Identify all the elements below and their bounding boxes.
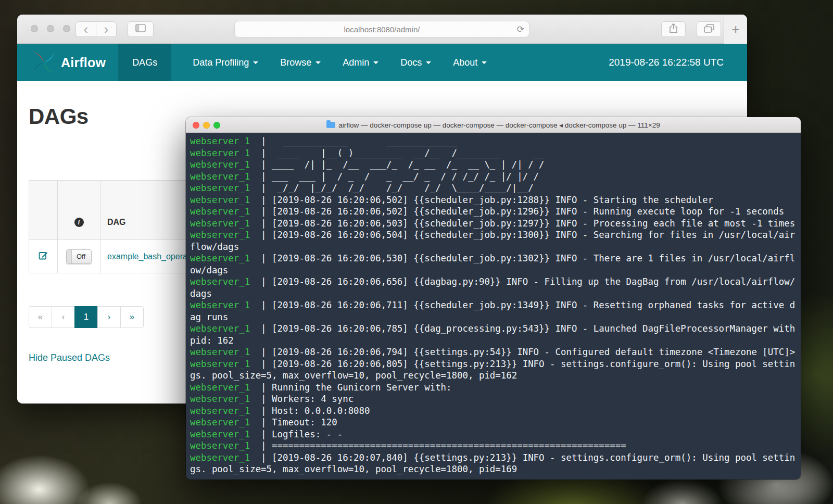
nav-item-about[interactable]: About bbox=[442, 44, 498, 81]
service-name: webserver_1 bbox=[190, 218, 250, 229]
nav-item-label: Docs bbox=[400, 57, 422, 68]
log-text: | [2019-08-26 16:20:07,840] {{settings.p… bbox=[190, 452, 795, 475]
terminal-line: webserver_1 | ____________ _____________ bbox=[190, 135, 798, 147]
edit-dag-icon[interactable] bbox=[39, 253, 48, 262]
close-button[interactable] bbox=[193, 122, 199, 129]
pagination-last[interactable]: » bbox=[120, 306, 144, 328]
terminal-line: webserver_1 | Workers: 4 sync bbox=[190, 393, 798, 405]
service-name: webserver_1 bbox=[190, 440, 250, 451]
service-name: webserver_1 bbox=[190, 195, 250, 205]
zoom-button[interactable] bbox=[63, 25, 70, 32]
log-text: | [2019-08-26 16:20:06,502] {{scheduler_… bbox=[250, 195, 713, 205]
back-button[interactable]: ‹ bbox=[75, 21, 96, 37]
terminal-output: webserver_1 | ____________ _____________… bbox=[190, 135, 798, 475]
nav-item-docs[interactable]: Docs bbox=[389, 44, 442, 81]
log-text: | Timeout: 120 bbox=[250, 417, 337, 427]
terminal-line: webserver_1 | [2019-08-26 16:20:06,805] … bbox=[190, 358, 798, 382]
close-button[interactable] bbox=[31, 25, 38, 32]
terminal-line: webserver_1 | ==========================… bbox=[190, 440, 798, 452]
service-name: webserver_1 bbox=[190, 429, 250, 439]
log-text: | Workers: 4 sync bbox=[250, 394, 354, 404]
terminal-line: webserver_1 | Host: 0.0.0.0:8080 bbox=[190, 405, 798, 417]
sidebar-toggle-button[interactable] bbox=[128, 21, 154, 37]
forward-button[interactable]: › bbox=[96, 21, 117, 37]
terminal-line: webserver_1 | [2019-08-26 16:20:06,502] … bbox=[190, 194, 798, 206]
log-text: | [2019-08-26 16:20:06,502] {{scheduler_… bbox=[250, 206, 784, 217]
terminal-line: webserver_1 | [2019-08-26 16:20:06,785] … bbox=[190, 323, 798, 346]
dag-pause-toggle[interactable]: Off bbox=[66, 249, 92, 264]
share-button[interactable] bbox=[661, 21, 686, 37]
tab-overview-button[interactable] bbox=[697, 21, 721, 37]
browser-toolbar: ‹ › localhost:8080/admin/ ⟳ bbox=[17, 15, 747, 44]
log-text: | Host: 0.0.0.0:8080 bbox=[250, 406, 370, 416]
log-text: | ____________ _____________ bbox=[250, 136, 457, 146]
service-name: webserver_1 bbox=[190, 452, 250, 463]
toggle-cell: Off bbox=[58, 240, 100, 273]
chevron-down-icon bbox=[426, 61, 431, 64]
airflow-brand: Airflow bbox=[61, 55, 106, 70]
nav-item-browse[interactable]: Browse bbox=[269, 44, 332, 81]
terminal-line: webserver_1 | Timeout: 120 bbox=[190, 417, 798, 429]
log-text: | [2019-08-26 16:20:06,503] {{scheduler_… bbox=[250, 218, 795, 229]
chevron-down-icon bbox=[315, 61, 321, 64]
log-text: | Logfiles: - - bbox=[250, 429, 343, 439]
log-text: | [2019-08-26 16:20:06,504] {{scheduler_… bbox=[190, 230, 795, 252]
terminal-line: webserver_1 | [2019-08-26 16:20:06,711] … bbox=[190, 299, 798, 323]
pagination-prev[interactable]: ‹ bbox=[52, 306, 75, 328]
service-name: webserver_1 bbox=[190, 276, 250, 287]
chevron-down-icon bbox=[482, 61, 487, 64]
log-text: | ____ |__( )_________ __/__ /________ _… bbox=[250, 148, 544, 158]
dag-link[interactable]: example_bash_operator bbox=[107, 252, 197, 261]
log-text: | [2019-08-26 16:20:06,794] {{settings.p… bbox=[250, 347, 795, 357]
toggle-label: Off bbox=[77, 253, 85, 260]
tabs-icon bbox=[704, 24, 714, 35]
terminal-line: webserver_1 | Running the Gunicorn Serve… bbox=[190, 382, 798, 394]
terminal-window: airflow — docker-compose up — docker-com… bbox=[186, 117, 801, 480]
service-name: webserver_1 bbox=[190, 347, 250, 357]
address-bar-url: localhost:8080/admin/ bbox=[344, 25, 420, 34]
terminal-line: webserver_1 | [2019-08-26 16:20:07,840] … bbox=[190, 452, 798, 475]
pagination-first[interactable]: « bbox=[29, 306, 52, 328]
address-bar[interactable]: localhost:8080/admin/ ⟳ bbox=[234, 21, 529, 37]
edit-dag-cell bbox=[29, 240, 58, 273]
log-text: | ======================================… bbox=[250, 440, 626, 451]
utc-clock: 2019-08-26 16:22:58 UTC bbox=[609, 57, 724, 68]
terminal-line: webserver_1 | [2019-08-26 16:20:06,530] … bbox=[190, 253, 798, 276]
nav-item-label: Data Profiling bbox=[193, 57, 249, 68]
nav-item-label: Admin bbox=[343, 57, 369, 68]
terminal-line: webserver_1 | ___ ___ | / _ / _ __/ _ / … bbox=[190, 171, 798, 183]
service-name: webserver_1 bbox=[190, 359, 250, 369]
log-text: | [2019-08-26 16:20:06,530] {{scheduler_… bbox=[190, 253, 795, 275]
sidebar-icon bbox=[135, 24, 146, 34]
terminal-line: webserver_1 | ____ /| |_ /__ ___/_ /_ __… bbox=[190, 159, 798, 171]
new-tab-button[interactable]: + bbox=[724, 15, 747, 44]
nav-item-admin[interactable]: Admin bbox=[332, 44, 389, 81]
service-name: webserver_1 bbox=[190, 417, 250, 427]
log-text: | [2019-08-26 16:20:06,656] {{dagbag.py:… bbox=[190, 276, 795, 299]
airflow-navbar: Airflow DAGs Data Profiling Browse Admin… bbox=[17, 44, 747, 81]
hide-paused-dags-link[interactable]: Hide Paused DAGs bbox=[29, 352, 110, 363]
page-title: DAGs bbox=[29, 104, 89, 129]
refresh-icon[interactable]: ⟳ bbox=[517, 24, 524, 35]
terminal-line: webserver_1 | [2019-08-26 16:20:06,504] … bbox=[190, 229, 798, 253]
nav-item-label: DAGs bbox=[132, 57, 157, 68]
info-icon: i bbox=[74, 218, 84, 227]
minimize-button[interactable] bbox=[47, 25, 54, 32]
zoom-button[interactable] bbox=[213, 122, 220, 129]
service-name: webserver_1 bbox=[190, 206, 250, 217]
service-name: webserver_1 bbox=[190, 171, 250, 182]
service-name: webserver_1 bbox=[190, 300, 250, 310]
nav-item-dags[interactable]: DAGs bbox=[118, 44, 171, 81]
terminal-line: webserver_1 | [2019-08-26 16:20:06,502] … bbox=[190, 206, 798, 218]
service-name: webserver_1 bbox=[190, 159, 250, 170]
pagination-next[interactable]: › bbox=[97, 306, 121, 328]
service-name: webserver_1 bbox=[190, 394, 250, 404]
nav-item-label: About bbox=[453, 57, 477, 68]
service-name: webserver_1 bbox=[190, 382, 250, 393]
log-text: | Running the Gunicorn Server with: bbox=[250, 382, 451, 393]
pagination-page-1[interactable]: 1 bbox=[74, 306, 98, 328]
nav-item-data-profiling[interactable]: Data Profiling bbox=[182, 44, 269, 81]
service-name: webserver_1 bbox=[190, 136, 250, 146]
pagination: « ‹ 1 › » bbox=[29, 306, 144, 328]
minimize-button[interactable] bbox=[203, 122, 210, 129]
